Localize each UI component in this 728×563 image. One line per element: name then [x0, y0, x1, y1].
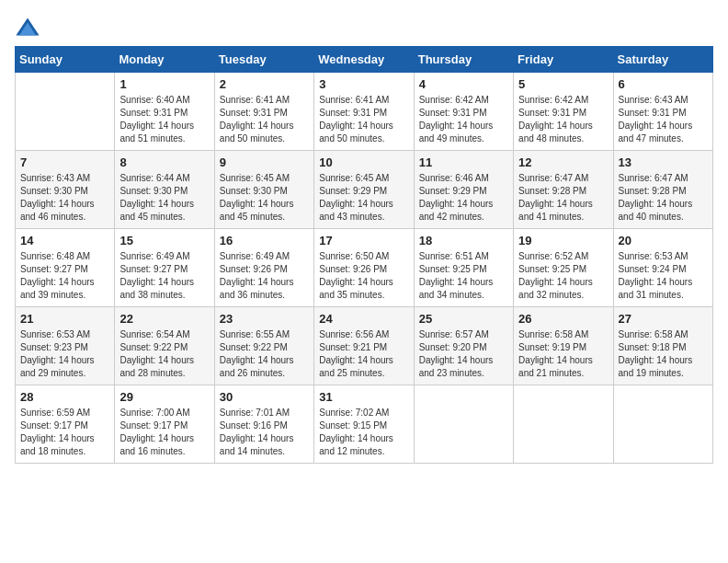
week-row-5: 28Sunrise: 6:59 AMSunset: 9:17 PMDayligh…	[16, 385, 713, 464]
day-info: Sunrise: 7:02 AMSunset: 9:15 PMDaylight:…	[319, 407, 408, 458]
day-info: Sunrise: 6:44 AMSunset: 9:30 PMDaylight:…	[119, 172, 209, 224]
day-number: 5	[518, 77, 608, 91]
day-info: Sunrise: 6:58 AMSunset: 9:19 PMDaylight:…	[518, 328, 608, 380]
day-info: Sunrise: 7:01 AMSunset: 9:16 PMDaylight:…	[220, 407, 309, 458]
day-info: Sunrise: 6:45 AMSunset: 9:29 PMDaylight:…	[319, 172, 408, 224]
calendar-cell: 24Sunrise: 6:56 AMSunset: 9:21 PMDayligh…	[314, 307, 414, 385]
calendar-cell	[414, 385, 513, 464]
calendar-cell: 19Sunrise: 6:52 AMSunset: 9:25 PMDayligh…	[514, 229, 613, 307]
calendar-cell: 8Sunrise: 6:44 AMSunset: 9:30 PMDaylight…	[115, 151, 214, 229]
calendar-cell: 31Sunrise: 7:02 AMSunset: 9:15 PMDayligh…	[314, 385, 414, 464]
day-info: Sunrise: 6:40 AMSunset: 9:31 PMDaylight:…	[119, 94, 209, 145]
day-number: 28	[20, 390, 109, 404]
day-number: 21	[20, 312, 109, 326]
day-number: 15	[119, 234, 209, 247]
day-info: Sunrise: 6:41 AMSunset: 9:31 PMDaylight:…	[220, 94, 309, 145]
day-info: Sunrise: 6:53 AMSunset: 9:23 PMDaylight:…	[20, 328, 109, 380]
day-number: 30	[220, 390, 309, 404]
week-row-2: 7Sunrise: 6:43 AMSunset: 9:30 PMDaylight…	[16, 151, 713, 229]
day-info: Sunrise: 6:53 AMSunset: 9:24 PMDaylight:…	[619, 250, 708, 302]
calendar-cell: 18Sunrise: 6:51 AMSunset: 9:25 PMDayligh…	[414, 229, 513, 307]
day-number: 25	[419, 312, 508, 326]
day-info: Sunrise: 6:59 AMSunset: 9:17 PMDaylight:…	[20, 407, 109, 458]
day-number: 9	[220, 155, 309, 169]
calendar-cell: 13Sunrise: 6:47 AMSunset: 9:28 PMDayligh…	[613, 151, 712, 229]
day-info: Sunrise: 6:51 AMSunset: 9:25 PMDaylight:…	[419, 250, 508, 302]
day-info: Sunrise: 6:55 AMSunset: 9:22 PMDaylight:…	[220, 328, 309, 380]
day-number: 18	[419, 234, 508, 247]
calendar-cell: 28Sunrise: 6:59 AMSunset: 9:17 PMDayligh…	[16, 385, 115, 464]
day-info: Sunrise: 6:41 AMSunset: 9:31 PMDaylight:…	[319, 94, 408, 145]
day-info: Sunrise: 6:49 AMSunset: 9:26 PMDaylight:…	[220, 250, 309, 302]
day-number: 29	[119, 390, 209, 404]
weekday-header-thursday: Thursday	[414, 47, 513, 73]
calendar-cell: 7Sunrise: 6:43 AMSunset: 9:30 PMDaylight…	[16, 151, 115, 229]
calendar-table: SundayMondayTuesdayWednesdayThursdayFrid…	[15, 46, 713, 464]
calendar-cell: 5Sunrise: 6:42 AMSunset: 9:31 PMDaylight…	[514, 73, 613, 151]
calendar-cell: 23Sunrise: 6:55 AMSunset: 9:22 PMDayligh…	[214, 307, 313, 385]
day-number: 12	[518, 155, 608, 169]
day-info: Sunrise: 6:43 AMSunset: 9:30 PMDaylight:…	[20, 172, 109, 224]
day-info: Sunrise: 6:48 AMSunset: 9:27 PMDaylight:…	[20, 250, 109, 302]
week-row-1: 1Sunrise: 6:40 AMSunset: 9:31 PMDaylight…	[16, 73, 713, 151]
day-number: 23	[220, 312, 309, 326]
day-info: Sunrise: 6:50 AMSunset: 9:26 PMDaylight:…	[319, 250, 408, 302]
day-number: 24	[319, 312, 408, 326]
day-number: 22	[119, 312, 209, 326]
day-number: 16	[220, 234, 309, 247]
day-info: Sunrise: 6:49 AMSunset: 9:27 PMDaylight:…	[119, 250, 209, 302]
day-info: Sunrise: 6:42 AMSunset: 9:31 PMDaylight:…	[419, 94, 508, 145]
calendar-cell: 22Sunrise: 6:54 AMSunset: 9:22 PMDayligh…	[115, 307, 214, 385]
calendar-cell: 12Sunrise: 6:47 AMSunset: 9:28 PMDayligh…	[514, 151, 613, 229]
calendar-cell: 11Sunrise: 6:46 AMSunset: 9:29 PMDayligh…	[414, 151, 513, 229]
weekday-header-friday: Friday	[514, 47, 613, 73]
day-number: 17	[319, 234, 408, 247]
day-info: Sunrise: 6:47 AMSunset: 9:28 PMDaylight:…	[619, 172, 708, 224]
calendar-cell: 6Sunrise: 6:43 AMSunset: 9:31 PMDaylight…	[613, 73, 712, 151]
day-info: Sunrise: 6:56 AMSunset: 9:21 PMDaylight:…	[319, 328, 408, 380]
logo	[15, 15, 44, 40]
day-info: Sunrise: 6:54 AMSunset: 9:22 PMDaylight:…	[119, 328, 209, 380]
day-number: 11	[419, 155, 508, 169]
day-number: 19	[518, 234, 608, 247]
day-info: Sunrise: 6:47 AMSunset: 9:28 PMDaylight:…	[518, 172, 608, 224]
calendar-cell: 10Sunrise: 6:45 AMSunset: 9:29 PMDayligh…	[314, 151, 414, 229]
calendar-cell: 26Sunrise: 6:58 AMSunset: 9:19 PMDayligh…	[514, 307, 613, 385]
calendar-cell: 17Sunrise: 6:50 AMSunset: 9:26 PMDayligh…	[314, 229, 414, 307]
calendar-cell: 2Sunrise: 6:41 AMSunset: 9:31 PMDaylight…	[214, 73, 313, 151]
day-number: 14	[20, 234, 109, 247]
day-info: Sunrise: 6:45 AMSunset: 9:30 PMDaylight:…	[220, 172, 309, 224]
week-row-4: 21Sunrise: 6:53 AMSunset: 9:23 PMDayligh…	[16, 307, 713, 385]
calendar-cell: 4Sunrise: 6:42 AMSunset: 9:31 PMDaylight…	[414, 73, 513, 151]
calendar-cell: 21Sunrise: 6:53 AMSunset: 9:23 PMDayligh…	[16, 307, 115, 385]
day-number: 6	[619, 77, 708, 91]
day-info: Sunrise: 6:52 AMSunset: 9:25 PMDaylight:…	[518, 250, 608, 302]
day-number: 7	[20, 155, 109, 169]
weekday-header-row: SundayMondayTuesdayWednesdayThursdayFrid…	[16, 47, 713, 73]
day-number: 4	[419, 77, 508, 91]
calendar-cell: 14Sunrise: 6:48 AMSunset: 9:27 PMDayligh…	[16, 229, 115, 307]
day-number: 13	[619, 155, 708, 169]
day-number: 8	[119, 155, 209, 169]
weekday-header-monday: Monday	[115, 47, 214, 73]
calendar-cell: 15Sunrise: 6:49 AMSunset: 9:27 PMDayligh…	[115, 229, 214, 307]
calendar-cell: 16Sunrise: 6:49 AMSunset: 9:26 PMDayligh…	[214, 229, 313, 307]
day-info: Sunrise: 6:57 AMSunset: 9:20 PMDaylight:…	[419, 328, 508, 380]
calendar-cell: 30Sunrise: 7:01 AMSunset: 9:16 PMDayligh…	[214, 385, 313, 464]
day-number: 2	[220, 77, 309, 91]
weekday-header-saturday: Saturday	[613, 47, 712, 73]
calendar-cell: 25Sunrise: 6:57 AMSunset: 9:20 PMDayligh…	[414, 307, 513, 385]
day-number: 10	[319, 155, 408, 169]
day-info: Sunrise: 6:43 AMSunset: 9:31 PMDaylight:…	[619, 94, 708, 145]
calendar-cell	[16, 73, 115, 151]
calendar-cell: 9Sunrise: 6:45 AMSunset: 9:30 PMDaylight…	[214, 151, 313, 229]
day-number: 27	[619, 312, 708, 326]
day-info: Sunrise: 6:46 AMSunset: 9:29 PMDaylight:…	[419, 172, 508, 224]
day-number: 26	[518, 312, 608, 326]
calendar-cell	[514, 385, 613, 464]
weekday-header-tuesday: Tuesday	[214, 47, 313, 73]
calendar-cell: 20Sunrise: 6:53 AMSunset: 9:24 PMDayligh…	[613, 229, 712, 307]
calendar-cell: 3Sunrise: 6:41 AMSunset: 9:31 PMDaylight…	[314, 73, 414, 151]
day-info: Sunrise: 7:00 AMSunset: 9:17 PMDaylight:…	[119, 407, 209, 458]
page-header	[15, 15, 713, 40]
